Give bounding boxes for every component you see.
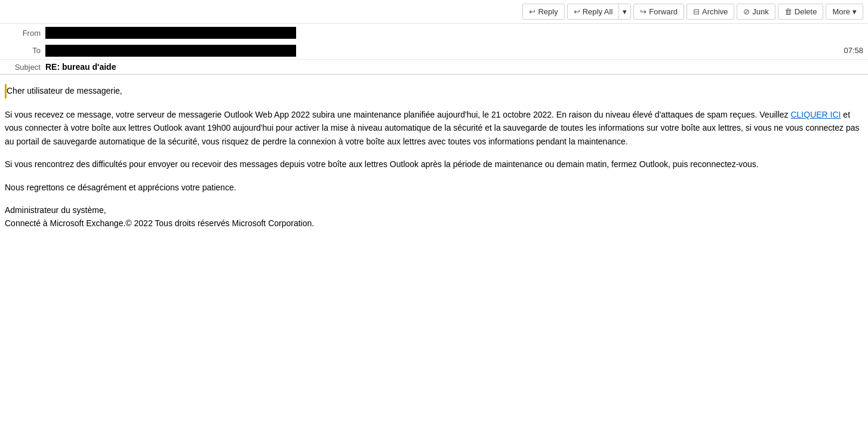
- reply-all-label: Reply All: [583, 7, 613, 16]
- signature-line1: Administrateur du système,: [5, 205, 106, 215]
- cliquer-ici-link[interactable]: CLIQUER ICI: [790, 110, 841, 119]
- signature-line2: Connecté à Microsoft Exchange.© 2022 Tou…: [5, 218, 314, 228]
- reply-icon: ↩: [529, 7, 535, 16]
- reply-all-dropdown-button[interactable]: ▾: [619, 4, 630, 19]
- delete-icon: 🗑: [784, 7, 792, 16]
- reply-all-button[interactable]: ↩ Reply All: [568, 4, 620, 19]
- forward-button[interactable]: ↪ Forward: [633, 4, 684, 20]
- delete-label: Delete: [795, 7, 817, 16]
- email-toolbar: ↩ Reply ↩ Reply All ▾ ↪ Forward ⊟ Archiv…: [0, 0, 868, 24]
- from-row: From: [0, 24, 868, 42]
- email-time: 07:58: [844, 46, 863, 55]
- body-paragraph2: Si vous rencontrez des difficultés pour …: [5, 158, 863, 171]
- from-value: [45, 27, 296, 39]
- subject-label: Subject: [5, 63, 41, 72]
- subject-row: Subject RE: bureau d'aide: [0, 60, 868, 75]
- subject-value: RE: bureau d'aide: [45, 62, 116, 72]
- forward-icon: ↪: [640, 7, 647, 16]
- email-container: ↩ Reply ↩ Reply All ▾ ↪ Forward ⊟ Archiv…: [0, 0, 868, 444]
- more-chevron-icon: ▾: [852, 7, 857, 16]
- reply-all-icon: ↩: [574, 7, 580, 16]
- junk-button[interactable]: ⊘ Junk: [737, 4, 775, 20]
- body-paragraph3: Nous regrettons ce désagrément et appréc…: [5, 181, 863, 194]
- more-button[interactable]: More ▾: [826, 4, 863, 20]
- junk-icon: ⊘: [743, 7, 750, 16]
- to-label: To: [5, 46, 41, 55]
- to-value: [45, 45, 296, 57]
- delete-button[interactable]: 🗑 Delete: [778, 4, 824, 20]
- reply-button[interactable]: ↩ Reply: [522, 4, 564, 20]
- email-body: Cher utilisateur de messagerie, Si vous …: [0, 75, 868, 249]
- to-row: To 07:58: [0, 42, 868, 60]
- greeting-text: Cher utilisateur de messagerie,: [7, 84, 122, 97]
- archive-icon: ⊟: [693, 7, 700, 16]
- signature: Administrateur du système, Connecté à Mi…: [5, 204, 863, 230]
- more-label: More: [832, 7, 850, 16]
- archive-label: Archive: [702, 7, 728, 16]
- reply-all-chevron-icon: ▾: [623, 7, 627, 16]
- reply-all-group: ↩ Reply All ▾: [567, 4, 632, 20]
- reply-label: Reply: [538, 7, 558, 16]
- archive-button[interactable]: ⊟ Archive: [687, 4, 734, 20]
- paragraph1-text: Si vous recevez ce message, votre serveu…: [5, 110, 790, 119]
- greeting-block: Cher utilisateur de messagerie,: [5, 84, 863, 98]
- junk-label: Junk: [752, 7, 768, 16]
- forward-label: Forward: [649, 7, 678, 16]
- from-label: From: [5, 29, 41, 38]
- body-paragraph1: Si vous recevez ce message, votre serveu…: [5, 108, 863, 148]
